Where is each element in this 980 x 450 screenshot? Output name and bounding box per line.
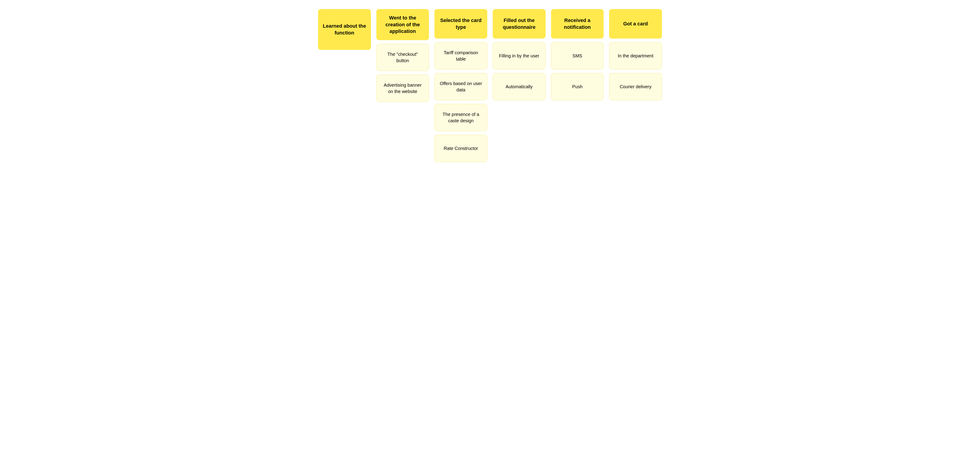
item-col-selected-1: Offers based on user data	[434, 73, 487, 100]
column-col-received: Received a notificationSMSPush	[548, 9, 606, 173]
column-col-learned: Learned about the function	[315, 9, 374, 173]
main-grid: Learned about the functionWent to the cr…	[315, 9, 665, 173]
spacer-col-filled-0	[493, 104, 546, 131]
spacer-col-got-1	[609, 135, 662, 162]
item-col-selected-3: Rate Constructor	[434, 135, 487, 162]
column-col-selected: Selected the card typeTariff comparison …	[432, 9, 490, 173]
item-col-received-1: Push	[551, 73, 604, 100]
column-col-went: Went to the creation of the applicationT…	[374, 9, 432, 173]
spacer-col-learned-2	[318, 115, 371, 142]
header-col-received: Received a notification	[551, 9, 604, 38]
item-col-got-1: Courier delivery	[609, 73, 662, 100]
item-col-got-0: In the department	[609, 42, 662, 69]
item-col-went-0: The "checkout" button	[376, 44, 429, 71]
spacer-col-learned-0	[318, 54, 371, 81]
item-col-received-0: SMS	[551, 42, 604, 69]
header-col-filled: Filled out the questionnaire	[493, 9, 546, 38]
spacer-col-received-1	[551, 135, 604, 162]
item-col-selected-2: The presence of a caste design	[434, 104, 487, 131]
column-col-got: Got a cardIn the departmentCourier deliv…	[606, 9, 665, 173]
spacer-col-learned-3	[318, 146, 371, 173]
header-col-got: Got a card	[609, 9, 662, 38]
spacer-col-filled-1	[493, 135, 546, 162]
column-col-filled: Filled out the questionnaireFilling in b…	[490, 9, 548, 173]
item-col-filled-0: Filling in by the user	[493, 42, 546, 69]
spacer-col-received-0	[551, 104, 604, 131]
spacer-col-went-1	[376, 136, 429, 164]
spacer-col-learned-1	[318, 84, 371, 111]
spacer-col-went-0	[376, 105, 429, 133]
header-col-selected: Selected the card type	[434, 9, 487, 38]
item-col-selected-0: Tariff comparison table	[434, 42, 487, 69]
item-col-went-1: Advertising banner on the website	[376, 75, 429, 102]
item-col-filled-1: Automatically	[493, 73, 546, 100]
spacer-col-got-0	[609, 104, 662, 131]
header-col-went: Went to the creation of the application	[376, 9, 429, 40]
header-col-learned: Learned about the function	[318, 9, 371, 50]
